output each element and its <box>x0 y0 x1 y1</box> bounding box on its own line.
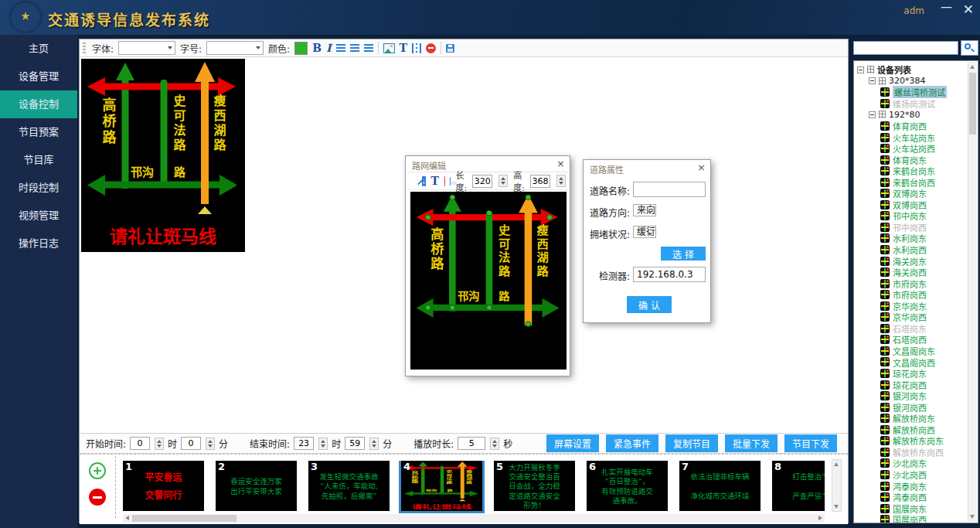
device-search-input[interactable] <box>853 41 958 55</box>
height-input[interactable] <box>530 175 550 188</box>
playlist-item[interactable]: 1平安春运交警同行 <box>123 461 204 511</box>
playlist-item[interactable]: 8打击整治“灯 严查严惩“机 <box>772 461 825 511</box>
road-network-icon[interactable] <box>412 43 421 53</box>
device-tree-item[interactable]: 鸿泰岗西 <box>856 492 968 503</box>
start-hour-input[interactable] <box>130 437 150 450</box>
device-tree-item[interactable]: 双博岗东 <box>856 188 968 199</box>
device-tree-scrollbar[interactable] <box>968 62 977 522</box>
sidebar-item[interactable]: 视频管理 <box>0 202 77 230</box>
playlist-item[interactable]: 3发生轻微交通事故“人未伤，车能动,先拍照，后撤离” <box>308 461 390 511</box>
device-tree-item[interactable]: 沙北岗东 <box>856 458 968 469</box>
collapse-icon[interactable] <box>857 66 864 73</box>
device-tree-item[interactable]: 市府岗西 <box>856 289 968 301</box>
sidebar-item[interactable]: 节目预案 <box>0 118 77 146</box>
device-tree-item[interactable]: 海关岗东 <box>856 255 968 267</box>
device-tree-item[interactable]: 来鹤台岗东 <box>856 165 968 177</box>
device-tree-item[interactable]: 琼花岗东 <box>856 368 968 380</box>
playlist-item[interactable]: 5大力开展秋冬季交通安全整治百日会战，全力稳定道路交通安全形势！ <box>494 461 575 511</box>
sidebar-item[interactable]: 时段控制 <box>0 174 77 202</box>
detector-input[interactable]: 192.168.0.3 <box>633 267 706 282</box>
device-tree-item[interactable]: 火车站岗西 <box>856 143 968 155</box>
device-tree-root[interactable]: 设备列表 <box>856 64 968 76</box>
italic-button[interactable]: I <box>326 43 332 53</box>
start-hour-stepper[interactable] <box>155 438 164 450</box>
duration-input[interactable] <box>458 437 485 450</box>
device-tree-item[interactable]: 火车站岗东 <box>856 131 968 143</box>
device-tree-item[interactable]: 沙北岗西 <box>856 469 968 481</box>
device-tree-item[interactable]: 解放桥东岗东 <box>856 435 968 447</box>
device-tree-item[interactable]: 国展岗东 <box>856 502 968 514</box>
device-tree-item[interactable]: 解放桥岗东 <box>856 413 968 424</box>
start-minute-input[interactable] <box>181 437 201 450</box>
device-tree-item[interactable]: 琼花岗西 <box>856 379 968 390</box>
size-select[interactable] <box>206 41 264 55</box>
duration-stepper[interactable] <box>490 438 499 450</box>
end-hour-stepper[interactable] <box>318 438 328 450</box>
device-tree-item[interactable]: 邗中岗东 <box>856 210 968 222</box>
start-minute-stepper[interactable] <box>206 438 215 450</box>
action-button[interactable]: 批量下发 <box>725 434 778 452</box>
sidebar-item[interactable]: 设备控制 <box>0 90 77 118</box>
action-button[interactable]: 屏幕设置 <box>546 434 599 452</box>
device-tree-item[interactable]: 体育岗西 <box>856 121 968 132</box>
road-editor-canvas[interactable] <box>410 192 567 370</box>
sidebar-item[interactable]: 设备管理 <box>0 63 77 90</box>
device-tree-item[interactable]: 海关岗西 <box>856 267 968 278</box>
sidebar-item[interactable]: 主页 <box>0 35 77 63</box>
device-tree-item[interactable]: 石塔岗西 <box>856 334 968 346</box>
end-hour-input[interactable] <box>294 437 314 450</box>
playlist-item[interactable]: 2春运安全连万家出行平安带大家 <box>216 461 297 511</box>
playlist-item[interactable]: 7依法治理非标车辆 净化城市交通环境 <box>679 461 761 511</box>
remove-program-button[interactable] <box>89 489 106 506</box>
playlist-horizontal-scrollbar[interactable] <box>123 514 825 523</box>
device-tree-item[interactable]: 水利岗东 <box>856 233 968 244</box>
device-tree-item[interactable]: 体育岗东 <box>856 154 968 165</box>
device-tree-item[interactable]: 解放桥岗西 <box>856 424 968 436</box>
insert-text-icon[interactable]: T <box>400 43 407 53</box>
add-program-button[interactable] <box>89 462 106 479</box>
align-center-icon[interactable] <box>350 44 359 52</box>
device-tree-item[interactable]: 国展岗西 <box>856 514 968 523</box>
window-close-icon[interactable]: ✕ <box>963 2 974 17</box>
delete-icon[interactable] <box>426 43 436 53</box>
length-stepper[interactable] <box>499 175 508 187</box>
device-tree-item[interactable]: 文昌阁岗西 <box>856 356 968 368</box>
device-tree-item[interactable]: 银河岗东 <box>856 390 968 402</box>
device-tree-item[interactable]: 京华岗东 <box>856 300 968 312</box>
sign-preview-display[interactable]: 请礼让斑马线 <box>81 59 245 252</box>
device-tree-item[interactable]: 京华岗西 <box>856 312 968 323</box>
road-name-input[interactable] <box>633 182 706 197</box>
device-tree-item[interactable]: 水利岗西 <box>856 244 968 256</box>
device-search-button[interactable] <box>961 40 978 56</box>
device-tree-item[interactable]: 螺丝湾桥测试 <box>856 87 968 98</box>
length-input[interactable] <box>472 175 492 188</box>
confirm-button[interactable]: 确 认 <box>627 296 672 313</box>
device-tree-item[interactable]: 解放桥东岗西 <box>856 447 968 458</box>
device-tree-item[interactable]: 维扬岗测试 <box>856 98 968 110</box>
device-tree-item[interactable]: 市府岗东 <box>856 278 968 289</box>
device-tree-item[interactable]: 双博岗西 <box>856 199 968 211</box>
insert-image-icon[interactable] <box>383 43 395 53</box>
playlist-item[interactable]: 4 请礼让斑马线 <box>401 461 482 511</box>
device-group[interactable]: 192*80 <box>856 109 968 121</box>
playlist-vertical-scrollbar[interactable] <box>832 459 842 512</box>
road-editor-close-icon[interactable]: × <box>556 158 565 169</box>
height-stepper[interactable] <box>556 175 566 187</box>
bold-button[interactable]: B <box>312 43 322 53</box>
congestion-select[interactable]: 缓行 <box>633 226 656 238</box>
playlist-item[interactable]: 6扎实开展电动车“百日整治”，有效预防道路交通事故。 <box>587 461 668 511</box>
font-select[interactable] <box>118 41 175 55</box>
color-swatch[interactable] <box>294 42 308 55</box>
end-minute-input[interactable] <box>345 437 365 450</box>
window-minimize-icon[interactable]: — <box>941 0 952 14</box>
road-direction-select[interactable]: 来向 <box>633 204 656 216</box>
device-tree-item[interactable]: 邗中岗西 <box>856 222 968 233</box>
device-tree-item[interactable]: 文昌阁岗东 <box>856 346 968 357</box>
align-right-icon[interactable] <box>364 44 373 52</box>
collapse-icon[interactable] <box>869 77 876 84</box>
action-button[interactable]: 紧急事件 <box>606 434 658 452</box>
align-left-icon[interactable] <box>336 44 345 52</box>
save-icon[interactable] <box>446 44 454 53</box>
device-group[interactable]: 320*384 <box>856 76 968 87</box>
sidebar-item[interactable]: 操作日志 <box>0 230 77 257</box>
